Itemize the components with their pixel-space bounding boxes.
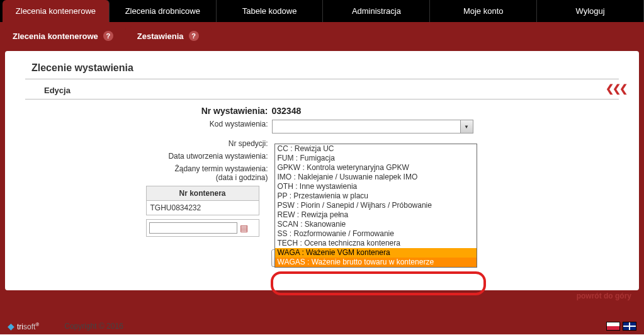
brand-logo[interactable]: ◆ trisoft® (8, 321, 39, 331)
container-table-header: Nr kontenera (146, 186, 259, 201)
container-search-input[interactable] (149, 222, 237, 234)
topnav-administracja[interactable]: Administracja (323, 0, 430, 22)
form-area: Nr wystawienia: 032348 Kod wystawienia: … (146, 106, 499, 267)
data-utworzenia-label: Data utworzenia wystawienia: (146, 152, 272, 161)
help-icon[interactable]: ? (103, 31, 113, 41)
page-title: Zlecenie wystawienia (31, 62, 619, 74)
dropdown-option-wagas[interactable]: WAGAS : Ważenie brutto towaru w kontener… (275, 258, 477, 267)
nr-wystawienia-value: 032348 (272, 106, 499, 116)
dropdown-option[interactable]: PP : Przestawienia w placu (275, 191, 477, 201)
dropdown-option[interactable]: SS : Rozformowanie / Formowanie (275, 229, 477, 239)
topnav-label: Moje konto (463, 6, 504, 16)
topnav-label: Zlecenia drobnicowe (125, 6, 200, 16)
dropdown-option[interactable]: OTH : Inne wystawienia (275, 182, 477, 191)
subtab-zlecenia-kontenerowe[interactable]: Zlecenia kontenerowe ? (5, 26, 126, 46)
topnav-label: Zlecenia kontenerowe (16, 6, 96, 16)
brand-text-1: tri (17, 322, 23, 331)
kod-wystawienia-label: Kod wystawienia: (146, 120, 272, 135)
container-table: Nr kontenera TGHU0834232 (146, 186, 259, 215)
topnav-label: Tabele kodowe (242, 6, 297, 16)
subtab-zestawienia[interactable]: Zestawienia ? (130, 26, 212, 46)
termin-sublabel: (data i godzina) (146, 173, 272, 182)
dropdown-option[interactable]: SCAN : Skanowanie (275, 220, 477, 229)
container-search-row: ▤ (146, 219, 259, 237)
dropdown-option[interactable]: REW : Rewizja pełna (275, 210, 477, 220)
dropdown-option[interactable]: CC : Rewizja UC (275, 144, 477, 154)
topnav-moje-konto[interactable]: Moje konto (430, 0, 537, 22)
subtab-label: Zestawienia (137, 31, 184, 41)
divider (25, 99, 619, 99)
dropdown-option-waga[interactable]: WAGA : Ważenie VGM kontenera (275, 248, 477, 258)
dropdown-option[interactable]: IMO : Naklejanie / Usuwanie nalepek IMO (275, 173, 477, 182)
language-flags (606, 322, 636, 331)
footer: ◆ trisoft® Copyright © 2016 (0, 318, 644, 334)
top-nav: Zlecenia kontenerowe Zlecenia drobnicowe… (0, 0, 644, 22)
flag-poland-icon[interactable] (606, 322, 620, 331)
topnav-zlecenia-drobnicowe[interactable]: Zlecenia drobnicowe (110, 0, 217, 22)
sub-tabs: Zlecenia kontenerowe ? Zestawienia ? (5, 26, 639, 46)
topnav-zlecenia-kontenerowe[interactable]: Zlecenia kontenerowe (3, 0, 110, 22)
topnav-tabele-kodowe[interactable]: Tabele kodowe (217, 0, 324, 22)
nr-wystawienia-label: Nr wystawienia: (146, 106, 272, 116)
subtab-label: Zlecenia kontenerowe (13, 31, 98, 41)
back-to-top-link[interactable]: powrót do góry (577, 292, 631, 300)
kod-wystawienia-select[interactable]: ▼ (272, 120, 473, 133)
logo-icon: ◆ (8, 321, 14, 331)
help-icon[interactable]: ? (189, 31, 199, 41)
topnav-label: Wyloguj (575, 6, 604, 16)
nr-spedycji-label: Nr spedycji: (146, 139, 272, 148)
container-table-cell: TGHU0834232 (146, 201, 259, 215)
flag-uk-icon[interactable] (623, 322, 636, 331)
section-title: Edycja (44, 86, 619, 95)
content-band: Zlecenia kontenerowe ? Zestawienia ? ❮❮❮… (0, 22, 644, 318)
dropdown-option[interactable]: PSW : Piorin / Sanepid / Wijhars / Próbo… (275, 201, 477, 210)
dropdown-option[interactable]: GPKW : Kontrola weterynaryjna GPKW (275, 163, 477, 173)
termin-label: Żądany termin wystawienia: (146, 164, 272, 173)
chevron-down-icon: ▼ (460, 120, 473, 133)
brand-text-2: soft (23, 322, 35, 331)
topnav-wyloguj[interactable]: Wyloguj (537, 0, 644, 22)
main-panel: ❮❮❮ Zlecenie wystawienia Edycja Nr wysta… (5, 51, 639, 290)
copyright-text: Copyright © 2016 (39, 322, 606, 331)
topnav-label: Administracja (352, 6, 401, 16)
dropdown-option[interactable]: FUM : Fumigacja (275, 154, 477, 163)
kod-wystawienia-dropdown: CC : Rewizja UC FUM : Fumigacja GPKW : K… (274, 144, 477, 268)
list-icon[interactable]: ▤ (240, 223, 248, 233)
dropdown-option[interactable]: TECH : Ocena techniczna kontenera (275, 239, 477, 248)
collapse-icon[interactable]: ❮❮❮ (606, 82, 626, 94)
highlight-annotation (271, 271, 486, 295)
divider (25, 79, 619, 79)
